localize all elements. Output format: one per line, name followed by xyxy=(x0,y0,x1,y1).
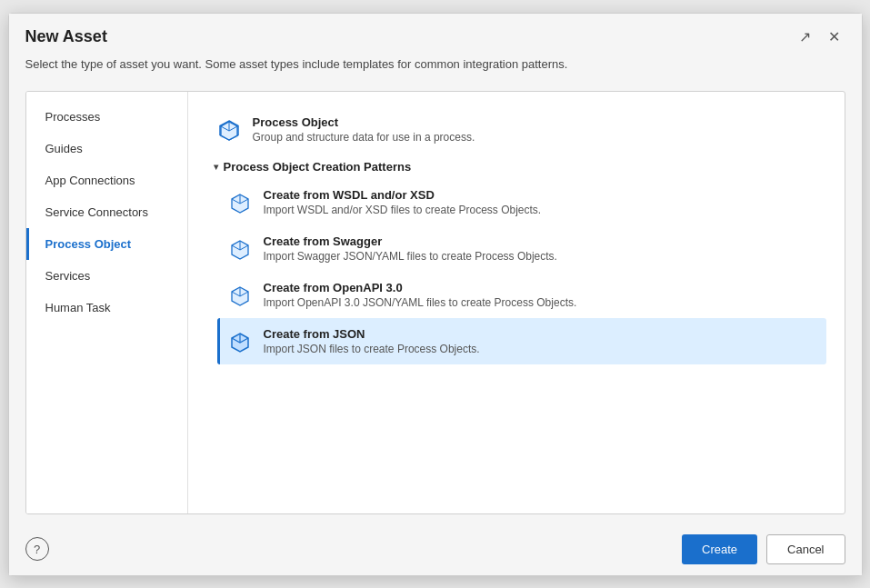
dialog-header: New Asset ↗ ✕ xyxy=(9,14,862,57)
expand-button[interactable]: ↗ xyxy=(795,26,816,48)
pattern-json[interactable]: Create from JSON Import JSON files to cr… xyxy=(217,318,826,364)
close-icon: ✕ xyxy=(828,28,840,45)
dialog-footer: ? Create Cancel xyxy=(9,523,862,575)
sidebar-item-processes[interactable]: Processes xyxy=(26,101,187,133)
dialog-subtitle: Select the type of asset you want. Some … xyxy=(9,57,862,82)
sidebar: Processes Guides App Connections Service… xyxy=(26,92,188,513)
sidebar-item-services[interactable]: Services xyxy=(26,260,187,292)
content-panel: Process Object Group and structure data … xyxy=(188,92,845,513)
close-button[interactable]: ✕ xyxy=(824,26,845,48)
sidebar-item-app-connections[interactable]: App Connections xyxy=(26,164,187,196)
sidebar-item-human-task[interactable]: Human Task xyxy=(26,292,187,324)
cancel-button[interactable]: Cancel xyxy=(766,534,845,564)
dialog-body: Processes Guides App Connections Service… xyxy=(9,82,862,523)
wsdl-text: Create from WSDL and/or XSD Import WSDL … xyxy=(264,188,542,216)
asset-item-process-object-top[interactable]: Process Object Group and structure data … xyxy=(206,106,826,153)
create-button[interactable]: Create xyxy=(682,534,757,564)
help-button[interactable]: ? xyxy=(25,537,49,561)
process-object-icon xyxy=(216,117,242,143)
openapi-text: Create from OpenAPI 3.0 Import OpenAPI 3… xyxy=(264,281,577,309)
sidebar-item-guides[interactable]: Guides xyxy=(26,133,187,164)
pattern-wsdl[interactable]: Create from WSDL and/or XSD Import WSDL … xyxy=(217,179,826,225)
sidebar-item-process-object[interactable]: Process Object xyxy=(26,228,187,260)
pattern-swagger[interactable]: Create from Swagger Import Swagger JSON/… xyxy=(217,225,826,272)
header-actions: ↗ ✕ xyxy=(795,26,845,48)
new-asset-dialog: New Asset ↗ ✕ Select the type of asset y… xyxy=(8,13,863,576)
patterns-section-header: ▾ Process Object Creation Patterns xyxy=(206,153,826,179)
openapi-icon xyxy=(227,283,253,308)
pattern-openapi[interactable]: Create from OpenAPI 3.0 Import OpenAPI 3… xyxy=(217,272,826,318)
main-content: Processes Guides App Connections Service… xyxy=(25,91,845,514)
footer-left: ? xyxy=(25,534,674,564)
chevron-down-icon: ▾ xyxy=(214,162,218,172)
json-text: Create from JSON Import JSON files to cr… xyxy=(264,327,480,355)
process-object-text: Process Object Group and structure data … xyxy=(253,115,475,144)
patterns-list: Create from WSDL and/or XSD Import WSDL … xyxy=(206,179,826,364)
swagger-icon xyxy=(227,236,253,262)
swagger-text: Create from Swagger Import Swagger JSON/… xyxy=(264,234,557,263)
help-icon: ? xyxy=(34,543,40,556)
dialog-title: New Asset xyxy=(25,27,107,46)
sidebar-item-service-connectors[interactable]: Service Connectors xyxy=(26,196,187,228)
json-icon xyxy=(227,329,253,354)
expand-icon: ↗ xyxy=(799,28,811,45)
wsdl-icon xyxy=(227,190,253,215)
